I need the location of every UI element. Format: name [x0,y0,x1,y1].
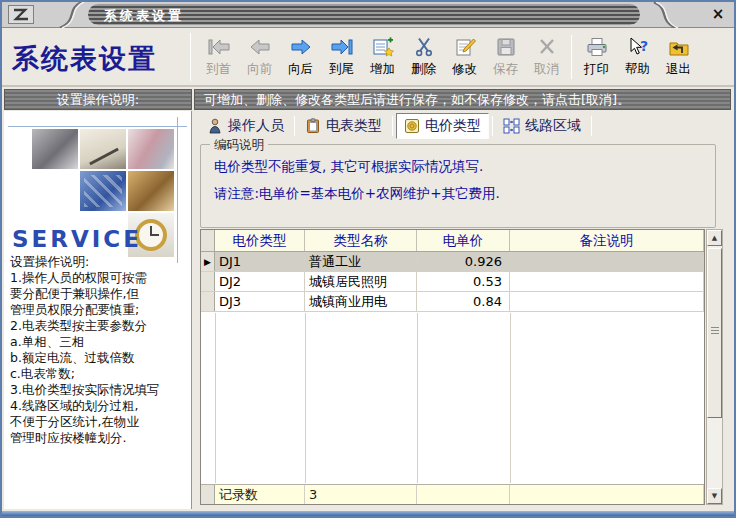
instructions-text: 设置操作说明: 1.操作人员的权限可按需 要分配便于兼职操作,但 管理员权限分配… [10,254,190,446]
exit-button[interactable]: 退出 [658,31,699,83]
modify-button[interactable]: 修改 [444,31,485,83]
grid-line [417,313,418,483]
toolbar-label: 增加 [370,61,395,78]
toolbar-label: 向后 [288,61,313,78]
groupbox-title: 编码说明 [210,137,268,154]
print-button[interactable]: 打印 [576,31,617,83]
table-scrollbar[interactable]: ▲ ▼ [706,229,723,505]
coding-notes-groupbox: 编码说明 电价类型不能重复, 其它可根据实际情况填写. 请注意:电单价=基本电价… [200,144,716,228]
delete-scissors-icon [414,35,434,59]
photo-pen [80,129,126,169]
page-title: 系统表设置 [12,41,184,77]
window-title: 系统表设置 [104,7,184,25]
toolbar: 系统表设置 到首 向前 向后 [2,29,734,87]
tab-meter-types[interactable]: 电表类型 [298,114,389,138]
row-indicator [201,272,215,291]
column-header-remarks: 备注说明 [510,230,704,251]
cell-remarks [510,272,704,291]
delete-button[interactable]: 删除 [403,31,444,83]
to-first-icon [207,35,231,59]
toolbar-label: 到尾 [329,61,354,78]
scroll-down-button[interactable]: ▼ [707,488,722,504]
photo-tools [32,129,78,169]
table-row[interactable]: DJ3 城镇商业用电 0.84 [201,292,704,312]
toolbar-label: 退出 [666,61,691,78]
toolbar-label: 取消 [534,61,559,78]
app-window: 系统表设置 × 系统表设置 到首 向前 [0,0,736,518]
status-message: 可增加、删除、修改各类型后请进行保存，如不保存修改，请点击[取消]。 [194,89,731,110]
column-header-type-name: 类型名称 [305,230,417,251]
column-header-unit-price: 电单价 [417,230,510,251]
tab-separator [392,116,393,136]
table-footer-row: 记录数 3 [201,484,704,504]
previous-button[interactable]: 向前 [239,31,280,83]
photo-instruments [128,129,174,169]
next-button[interactable]: 向后 [280,31,321,83]
photo-gold [128,171,174,211]
previous-icon [248,35,272,59]
title-bar: 系统表设置 × [2,2,734,28]
to-first-button[interactable]: 到首 [198,31,239,83]
help-button[interactable]: ? 帮助 [617,31,658,83]
tab-line-areas[interactable]: 线路区域 [496,114,588,138]
close-button[interactable]: × [709,5,727,23]
grid-line [510,313,511,483]
cell-price-type: DJ3 [215,292,305,311]
grid-line [215,313,216,483]
collage-hairline-v [177,117,178,263]
scroll-up-button[interactable]: ▲ [707,230,722,246]
titlebar-curve-left [54,2,88,28]
exit-icon [668,35,690,59]
person-icon [207,118,223,134]
cell-unit-price: 0.926 [417,252,510,271]
tab-separator [591,116,592,136]
cell-remarks [510,292,704,311]
header-separator [190,33,191,81]
tab-price-types[interactable]: 电价类型 [396,113,489,139]
tab-operators[interactable]: 操作人员 [200,114,291,138]
next-icon [289,35,313,59]
toolbar-label: 打印 [584,61,609,78]
print-icon [585,35,609,59]
cancel-button[interactable]: 取消 [526,31,567,83]
record-count-value: 3 [305,485,417,504]
modify-icon [454,35,476,59]
coin-icon [404,118,420,134]
cell-unit-price: 0.53 [417,272,510,291]
sidebar: SERVICE 设置操作说明: 1.操作人员的权限可按需 要分配便于兼职操作,但… [4,111,192,509]
app-logo-icon [8,5,34,24]
to-last-button[interactable]: 到尾 [321,31,362,83]
cell-price-type: DJ1 [215,252,305,271]
cell-type-name: 城镇居民照明 [305,272,417,291]
scrollbar-thumb[interactable] [707,248,722,418]
toolbar-label: 修改 [452,61,477,78]
footer-indicator [201,485,215,504]
toolbar-label: 到首 [206,61,231,78]
toolbar-label: 帮助 [625,61,650,78]
tab-separator [492,116,493,136]
service-text: SERVICE [12,226,142,252]
save-floppy-icon [496,35,516,59]
photo-keyboard [80,171,126,211]
record-count-label: 记录数 [215,485,305,504]
tab-bar: 操作人员 电表类型 电价类型 线路区域 [195,111,731,140]
price-type-table: 电价类型 类型名称 电单价 备注说明 ▶ DJ1 普通工业 0.926 DJ2 … [200,229,705,505]
toolbar-label: 保存 [493,61,518,78]
table-row[interactable]: ▶ DJ1 普通工业 0.926 [201,252,704,272]
svg-text:?: ? [640,38,648,54]
table-row[interactable]: DJ2 城镇居民照明 0.53 [201,272,704,292]
add-button[interactable]: 增加 [362,31,403,83]
help-icon: ? [627,35,649,59]
table-header-row: 电价类型 类型名称 电单价 备注说明 [201,230,704,252]
clipboard-icon [305,118,321,134]
toolbar-label: 向前 [247,61,272,78]
cell-type-name: 普通工业 [305,252,417,271]
toolbar-separator [571,35,572,79]
tab-label: 电价类型 [425,117,481,135]
cancel-x-icon [537,35,557,59]
sidebar-header: 设置操作说明: [4,89,192,110]
save-button[interactable]: 保存 [485,31,526,83]
tab-separator [294,116,295,136]
row-indicator-header [201,230,215,251]
footer-empty-cell [417,485,510,504]
